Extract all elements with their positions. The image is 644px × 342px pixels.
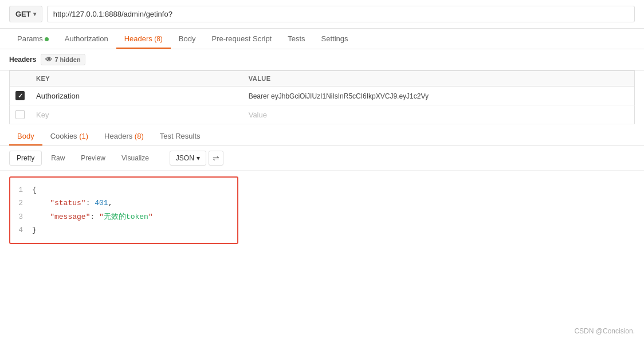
json-line-2: 2 "status": 401, (16, 196, 231, 210)
response-body: 1 { 2 "status": 401, 3 "message": "无效的to… (0, 171, 644, 250)
headers-section: Headers 👁 7 hidden (0, 49, 644, 70)
hidden-count: 7 hidden (54, 56, 80, 63)
row1-checkbox[interactable] (15, 91, 25, 100)
url-input[interactable] (47, 6, 635, 22)
resp-tab-body[interactable]: Body (9, 127, 42, 146)
tab-authorization[interactable]: Authorization (57, 29, 116, 49)
row2-value[interactable]: Value (243, 105, 635, 124)
tab-tests[interactable]: Tests (280, 29, 313, 49)
response-tabs: Body Cookies (1) Headers (8) Test Result… (0, 127, 644, 146)
line4-content: } (32, 223, 37, 237)
checkbox-col-header (10, 71, 31, 87)
resp-tab-cookies[interactable]: Cookies (1) (42, 127, 96, 146)
format-preview[interactable]: Preview (74, 151, 112, 165)
headers-label-text: Headers (9, 56, 36, 64)
tab-body[interactable]: Body (171, 29, 204, 49)
resp-tab-headers[interactable]: Headers (8) (96, 127, 152, 146)
body-format-row: Pretty Raw Preview Visualize JSON ▾ ⇌ (0, 146, 644, 171)
line3-content: "message": "无效的token" (32, 210, 153, 223)
method-selector[interactable]: GET ▾ (9, 6, 42, 22)
row2-checkbox-cell[interactable] (10, 105, 31, 124)
json-type-label: JSON (176, 154, 194, 162)
hidden-badge[interactable]: 👁 7 hidden (41, 54, 85, 65)
json-editor: 1 { 2 "status": 401, 3 "message": "无效的to… (9, 176, 238, 244)
table-row: Key Value (10, 105, 635, 124)
value-col-header: VALUE (243, 71, 635, 87)
tab-prerequest[interactable]: Pre-request Script (203, 29, 280, 49)
json-line-1: 1 { (16, 183, 231, 196)
row1-key[interactable]: Authorization (30, 87, 243, 105)
format-raw[interactable]: Raw (44, 151, 72, 165)
line-num-3: 3 (16, 210, 23, 223)
row1-checkbox-cell[interactable] (10, 87, 31, 105)
json-type-selector[interactable]: JSON ▾ (170, 151, 206, 166)
method-chevron: ▾ (33, 11, 36, 17)
row2-checkbox[interactable] (15, 110, 25, 119)
eye-icon: 👁 (45, 56, 52, 64)
key-col-header: KEY (30, 71, 243, 87)
line2-content: "status": 401, (32, 196, 112, 210)
request-tabs: Params Authorization Headers (8) Body Pr… (0, 29, 644, 49)
json-chevron: ▾ (197, 154, 200, 162)
format-pretty[interactable]: Pretty (9, 151, 42, 166)
table-row: Authorization Bearer eyJhbGciOiJIUzI1NiI… (10, 87, 635, 105)
json-line-3: 3 "message": "无效的token" (16, 210, 231, 223)
line-num-2: 2 (16, 196, 23, 210)
resp-tab-testresults[interactable]: Test Results (152, 127, 209, 146)
row2-key[interactable]: Key (30, 105, 243, 124)
headers-table: KEY VALUE Authorization Bearer eyJhbGciO… (9, 70, 635, 124)
url-bar: GET ▾ (0, 0, 644, 29)
params-dot (45, 37, 49, 41)
wrap-icon-glyph: ⇌ (213, 154, 219, 163)
tab-headers[interactable]: Headers (8) (116, 29, 171, 49)
line-num-1: 1 (16, 183, 23, 196)
row1-value[interactable]: Bearer eyJhbGciOiJIUzI1NiIsInR5cCI6IkpXV… (243, 87, 635, 105)
wrap-toggle[interactable]: ⇌ (209, 151, 223, 166)
tab-params[interactable]: Params (9, 29, 57, 49)
line-num-4: 4 (16, 223, 23, 237)
format-visualize[interactable]: Visualize (115, 151, 156, 165)
tab-settings[interactable]: Settings (313, 29, 356, 49)
method-label: GET (15, 10, 31, 18)
line1-content: { (32, 183, 37, 196)
json-line-4: 4 } (16, 223, 231, 237)
